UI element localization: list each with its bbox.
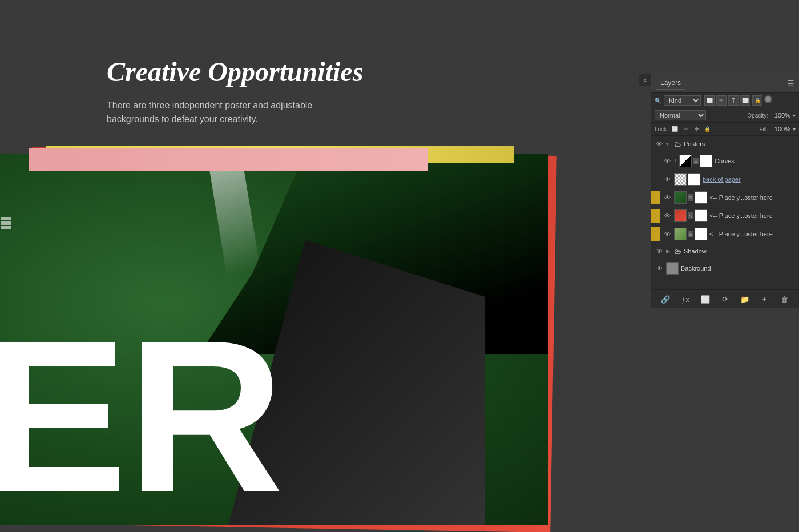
layer-eye-shadow[interactable]: 👁 [655,247,664,256]
layer-row-background[interactable]: 👁 Backround [651,259,799,277]
filter-adjustment-icon[interactable]: ✏ [716,95,727,106]
layers-tab[interactable]: Layers [656,76,685,90]
blend-mode-row: Normal Opacity: 100% ▾ [651,108,799,123]
opacity-label: Opacity: [747,112,768,119]
layers-panel-header: Layers ☰ [651,74,799,93]
layer-smart-place2: S [688,212,693,219]
layer-thumb-place1 [674,191,687,204]
fill-label: Fill: [759,126,768,132]
blend-mode-dropdown[interactable]: Normal [655,110,706,120]
yellow-indicator-3 [651,227,660,241]
layer-thumb-background [666,262,679,275]
layer-thumb2-place2 [695,209,707,222]
layer-name-curves: Curves [715,158,796,164]
opacity-value[interactable]: 100% [770,112,790,119]
text-overlay: Creative Opportunities There are three i… [107,57,363,126]
layer-eye-curves[interactable]: 👁 [663,156,672,166]
layer-name-place2: <-- Place y...oster here [709,212,796,219]
layer-smart-curves: S [693,158,699,164]
yellow-indicator-2 [651,209,660,223]
layer-thumb2-curves [700,155,712,167]
yellow-indicator-1 [651,191,660,204]
layer-thumbs-place1: S [674,191,707,204]
filter-icons-row: ⬜ ✏ T ⬜ 🔒 [704,95,772,106]
creative-title: Creative Opportunities [107,57,363,87]
layers-menu-icon[interactable]: ☰ [787,79,794,88]
layer-eye-place2[interactable]: 👁 [663,211,672,220]
layer-name-backofpaper: back of paper [703,176,796,183]
lock-pixel-btn[interactable]: ⬜ [671,124,680,134]
poster-green: ER [0,154,548,525]
filter-type-icon[interactable]: T [728,95,739,106]
folder-icon-shadow: 🗁 [674,247,681,256]
layer-row-back-of-paper[interactable]: 👁 back of paper [651,170,799,188]
lock-label: Lock: [655,126,668,132]
opacity-arrow: ▾ [793,112,796,119]
layer-smart-place1: S [688,194,693,201]
opacity-row: Opacity: 100% ▾ [747,112,796,119]
letter-er: ER [0,308,284,525]
layer-expand-posters[interactable]: ▾ [666,141,672,147]
layer-name-background: Backround [681,265,796,272]
layer-row-place1[interactable]: 👁 S <-- Place y...oster here [651,188,799,207]
layer-thumb2-place1 [695,191,707,204]
collapse-button[interactable]: « [639,74,651,86]
fill-arrow: ▾ [793,126,796,132]
layer-thumbs-backofpaper [674,173,700,186]
layer-eye-background[interactable]: 👁 [655,264,664,273]
filter-row: 🔍 Kind ⬜ ✏ T ⬜ 🔒 [651,93,799,108]
layer-name-posters: Posters [684,140,796,147]
layer-thumb-curves [679,155,692,167]
layer-thumbs-place2: S [674,209,707,222]
layer-thumb2-backofpaper [688,173,700,186]
filter-kind-dropdown[interactable]: Kind [664,95,701,106]
layer-thumbs-curves: S [679,155,712,167]
layer-eye-backofpaper[interactable]: 👁 [663,175,672,184]
layer-thumb-place2 [674,209,687,222]
layer-thumb-place3 [674,228,687,240]
lock-move-btn[interactable]: ✚ [692,124,701,134]
filter-shape-icon[interactable]: ⬜ [740,95,750,106]
bg-pink-layer [29,148,428,171]
fx-btn[interactable]: ƒx [679,293,692,305]
fill-value[interactable]: 100% [770,126,790,132]
layer-expand-shadow[interactable]: ▶ [666,248,672,254]
group-btn[interactable]: 📁 [739,293,751,305]
filter-pixel-icon[interactable]: ⬜ [704,95,715,106]
creative-subtitle: There are three independent poster and a… [107,99,324,126]
layer-row-place2[interactable]: 👁 S <-- Place y...oster here [651,207,799,225]
mask-btn[interactable]: ⬜ [699,293,712,305]
top-panel [651,0,799,74]
layer-name-place3: <-- Place y...oster here [709,231,796,237]
scroll-marker-1 [1,217,11,220]
search-icon: 🔍 [655,98,661,104]
filter-toggle[interactable] [764,95,772,103]
delete-layer-btn[interactable]: 🗑 [778,293,791,305]
layer-eye-place1[interactable]: 👁 [663,193,672,202]
link-layers-btn[interactable]: 🔗 [659,293,672,305]
layer-name-shadow: Shadow [684,248,796,255]
layer-row-curves[interactable]: 👁 ƒ S Curves [651,152,799,170]
layer-thumbs-place3: S [674,228,707,240]
lock-all-btn[interactable]: 🔒 [703,124,712,134]
layer-row-posters-group[interactable]: 👁 ▾ 🗁 Posters [651,136,799,152]
layer-smart-place3: S [688,231,693,237]
folder-icon-posters: 🗁 [674,140,681,148]
lock-row: Lock: ⬜ ✏ ✚ 🔒 Fill: 100% ▾ [651,123,799,136]
scroll-marker-3 [1,226,11,229]
lock-icons: ⬜ ✏ ✚ 🔒 [671,124,712,134]
layers-list: 👁 ▾ 🗁 Posters 👁 ƒ S Curves 👁 back of pap… [651,136,799,289]
new-layer-btn[interactable]: ＋ [758,293,771,305]
filter-smartobj-icon[interactable]: 🔒 [752,95,762,106]
adjustment-btn[interactable]: ⟳ [719,293,731,305]
lock-draw-btn[interactable]: ✏ [681,124,691,134]
layer-thumb2-place3 [695,228,707,240]
poster-container: ER [0,146,565,532]
layer-row-place3[interactable]: 👁 S <-- Place y...oster here [651,225,799,243]
layers-panel: Layers ☰ 🔍 Kind ⬜ ✏ T ⬜ 🔒 Normal Opacity… [651,74,799,308]
layer-fx-curves: ƒ [674,158,677,164]
layer-row-shadow-group[interactable]: 👁 ▶ 🗁 Shadow [651,243,799,259]
fill-row: Fill: 100% ▾ [759,126,796,132]
layer-eye-place3[interactable]: 👁 [663,229,672,239]
layer-eye-posters[interactable]: 👁 [655,139,664,148]
